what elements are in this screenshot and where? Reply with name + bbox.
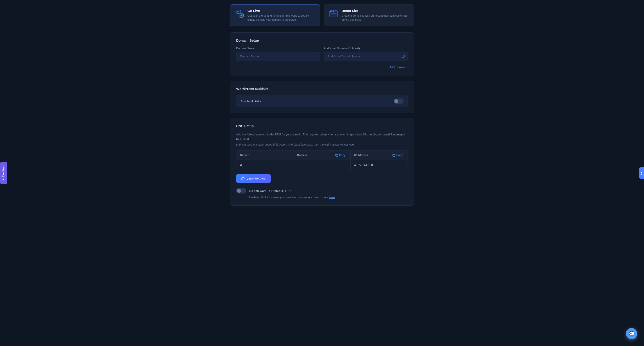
dns-table-header: Record Domain Copy: [236, 150, 408, 160]
toggle-slider: [394, 98, 404, 104]
demo-site-description: Create a demo site with our test domain …: [342, 14, 410, 22]
svg-rect-7: [331, 13, 336, 14]
go-live-title: Go Live: [248, 9, 316, 12]
ip-header-label: IP Address: [354, 154, 368, 157]
wordpress-multisite-section: WordPress Multisite Enable Multisite: [230, 81, 414, 113]
multisite-title: WordPress Multisite: [236, 87, 408, 91]
ip-header-with-copy: IP Address Copy: [354, 153, 404, 157]
domain-copy-button[interactable]: Copy: [334, 153, 347, 157]
right-collapse-button[interactable]: ❮: [639, 167, 644, 179]
dns-setup-title: DNS Setup: [236, 124, 408, 128]
https-toggle-slider: [236, 188, 246, 193]
domain-name-input[interactable]: [236, 52, 320, 61]
go-live-card-text: Go Live Get your site up and running for…: [248, 9, 316, 22]
verify-dns-button[interactable]: Verify My DNS: [236, 174, 271, 183]
domain-header-label: Domain: [297, 154, 307, 157]
https-description-text: Enabling HTTPS makes your website more s…: [249, 196, 328, 199]
https-label: Do You Want To Enable HTTPS?: [249, 189, 292, 193]
svg-point-6: [333, 11, 334, 12]
enable-multisite-toggle[interactable]: [394, 98, 404, 104]
ip-copy-button[interactable]: Copy: [391, 153, 404, 157]
record-col-header: Record: [236, 150, 294, 160]
additional-domain-input-wrap: [324, 52, 408, 61]
external-link-icon-button[interactable]: [402, 54, 405, 58]
demo-site-icon: [328, 9, 338, 19]
go-live-card[interactable]: Go Live Get your site up and running for…: [230, 4, 320, 26]
verify-dns-label: Verify My DNS: [246, 177, 266, 180]
ip-cell: 45.77.144.108: [350, 160, 408, 170]
domain-cell: [294, 160, 350, 170]
ip-col-header: IP Address Copy: [350, 150, 408, 160]
https-learn-more-link[interactable]: here: [329, 196, 334, 199]
additional-domain-field: Additional Domain (Optional): [324, 47, 408, 61]
multisite-row: Enable Multisite: [236, 95, 408, 107]
record-header-label: Record: [240, 154, 249, 157]
add-domain-label: + Add Domain: [387, 65, 406, 69]
add-domain-button[interactable]: + Add Domain: [385, 64, 408, 70]
demo-site-title: Demo Site: [342, 9, 410, 12]
option-cards: Go Live Get your site up and running for…: [230, 4, 414, 26]
svg-rect-8: [332, 15, 336, 15]
domain-name-input-wrap: [236, 52, 320, 61]
dns-description: Add the following record to the DNS for …: [236, 132, 408, 141]
svg-point-5: [332, 11, 332, 12]
svg-rect-10: [393, 155, 395, 157]
domain-setup-section: Domain Setup Domain Name Additional Doma…: [230, 32, 414, 76]
refresh-icon: [241, 177, 245, 180]
svg-rect-9: [336, 155, 338, 157]
https-row: Do You Want To Enable HTTPS?: [236, 188, 408, 193]
additional-domain-input[interactable]: [324, 52, 408, 61]
domain-col-header: Domain Copy: [294, 150, 350, 160]
collapse-icon: ❮: [640, 171, 643, 175]
dns-setup-section: DNS Setup Add the following record to th…: [230, 118, 414, 206]
domain-name-field: Domain Name: [236, 47, 320, 61]
go-live-description: Get your site up and running for the wor…: [248, 14, 316, 22]
chat-icon: 💬: [629, 331, 634, 336]
ip-copy-label: Copy: [396, 154, 402, 157]
demo-site-card[interactable]: Demo Site Create a demo site with our te…: [324, 4, 414, 26]
https-toggle[interactable]: [236, 188, 246, 193]
feedback-label: ✦ Feedback: [2, 165, 5, 181]
dns-table: Record Domain Copy: [236, 150, 408, 170]
chat-widget[interactable]: 💬: [626, 328, 637, 339]
domain-row: Domain Name Additional Domain (Optional): [236, 47, 408, 61]
domain-name-label: Domain Name: [236, 47, 320, 50]
svg-point-4: [330, 11, 331, 12]
feedback-sidebar[interactable]: ✦ Feedback: [0, 162, 7, 184]
domain-copy-label: Copy: [339, 154, 346, 157]
https-description-row: Enabling HTTPS makes your website more s…: [249, 195, 408, 200]
dns-note: (**If you have manually added DNS record…: [236, 143, 408, 146]
add-domain-row: + Add Domain: [236, 64, 408, 70]
page-container: Go Live Get your site up and running for…: [225, 0, 419, 219]
domain-header-with-copy: Domain Copy: [297, 153, 346, 157]
go-live-icon: [234, 9, 244, 19]
dns-table-row: A 45.77.144.108: [236, 160, 408, 170]
additional-domain-label: Additional Domain (Optional): [324, 47, 408, 50]
record-cell: A: [236, 160, 294, 170]
domain-setup-title: Domain Setup: [236, 38, 408, 42]
enable-multisite-label: Enable Multisite: [240, 100, 261, 103]
demo-site-card-text: Demo Site Create a demo site with our te…: [342, 9, 410, 22]
